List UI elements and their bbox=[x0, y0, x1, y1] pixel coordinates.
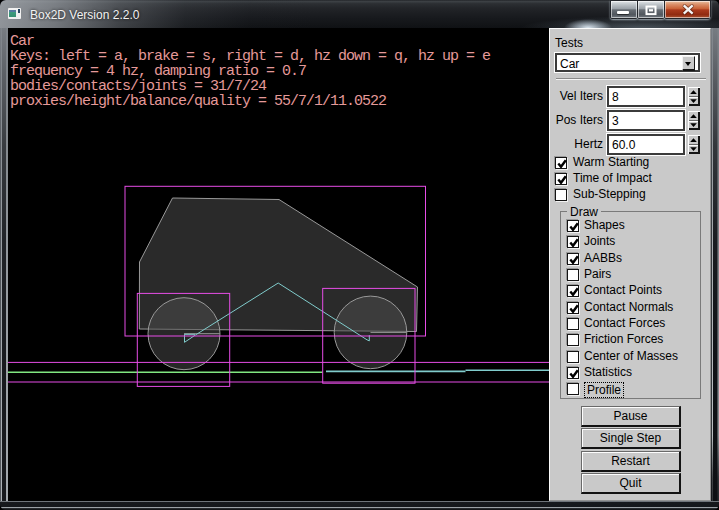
svg-text:proxies/height/balance/quality: proxies/height/balance/quality = 55/7/1/… bbox=[10, 93, 386, 110]
